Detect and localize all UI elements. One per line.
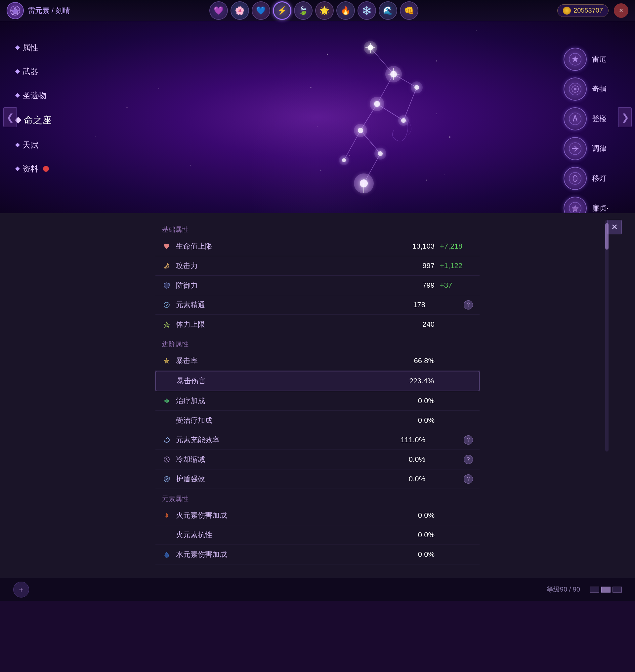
crit-rate-label: 暴击率 (176, 356, 414, 366)
pyro-dmg-icon (162, 511, 171, 520)
svg-point-25 (374, 148, 386, 160)
crit-rate-icon (162, 356, 171, 365)
stat-row-cooldown: 冷却缩减 0.0% ? (155, 450, 480, 469)
char-tab-1[interactable]: 💜 (209, 1, 228, 20)
constellation-area (278, 21, 476, 213)
hp-bonus: +7,218 (440, 242, 473, 251)
svg-point-36 (310, 87, 311, 88)
svg-point-35 (436, 61, 437, 62)
sidebar-label-constellation: 命之座 (24, 114, 51, 126)
sidebar-label-info: 资料 (22, 164, 38, 174)
atk-label: 攻击力 (176, 261, 422, 271)
char-tab-5[interactable]: 🍃 (294, 1, 312, 20)
indicator-2 (601, 587, 611, 592)
diamond-icon (15, 167, 20, 171)
diamond-icon (15, 45, 20, 50)
constellation-buttons: 雷厄 奇捐 登楼 (564, 48, 609, 213)
stat-row-em: 元素精通 178 ? (155, 295, 480, 315)
shield-help-icon[interactable]: ? (464, 475, 473, 484)
em-help-icon[interactable]: ? (464, 300, 473, 310)
stat-row-hydro-dmg: 水元素伤害加成 0.0% (155, 545, 480, 564)
const-circle-5 (564, 167, 587, 190)
atk-bonus: +1,122 (440, 261, 473, 270)
svg-point-50 (164, 302, 169, 308)
pyro-res-icon (162, 530, 171, 540)
main-area: 属性 武器 圣遗物 命之座 天赋 资料 ❮ ❯ (0, 21, 635, 213)
stat-row-crit-dmg: 暴击伤害 223.4% (155, 371, 480, 391)
er-help-icon[interactable]: ? (464, 435, 473, 445)
prev-arrow[interactable]: ❮ (3, 107, 17, 127)
char-tab-8[interactable]: ❄️ (357, 1, 376, 20)
sidebar-label-artifact: 圣遗物 (22, 90, 46, 101)
sidebar-item-weapon[interactable]: 武器 (13, 65, 54, 78)
sidebar-item-talent[interactable]: 天赋 (13, 139, 54, 152)
em-label: 元素精通 (176, 300, 413, 310)
sidebar-item-attributes[interactable]: 属性 (13, 41, 54, 54)
diamond-icon (15, 93, 20, 98)
char-tab-10[interactable]: 👊 (400, 1, 418, 20)
element-section-header: 元素属性 (155, 489, 480, 506)
crit-dmg-label: 暴击伤害 (177, 376, 409, 386)
svg-point-21 (354, 124, 367, 137)
def-value: 799 (422, 281, 435, 290)
const-btn-6[interactable]: 廉贞· (564, 197, 609, 213)
svg-point-38 (426, 180, 427, 181)
const-btn-4[interactable]: 调律 (564, 137, 609, 160)
cooldown-help-icon[interactable]: ? (464, 455, 473, 464)
const-circle-2 (564, 78, 587, 101)
shield-value: 0.0% (409, 475, 425, 483)
next-arrow[interactable]: ❯ (618, 107, 632, 127)
svg-point-37 (449, 136, 451, 138)
sidebar-item-constellation[interactable]: 命之座 (13, 112, 54, 128)
sidebar-item-artifact[interactable]: 圣遗物 (13, 89, 54, 102)
logo-icon[interactable] (7, 2, 24, 19)
const-btn-1[interactable]: 雷厄 (564, 48, 609, 71)
const-circle-1 (564, 48, 587, 71)
char-tab-9[interactable]: 🌊 (379, 1, 397, 20)
char-tab-6[interactable]: 🌟 (315, 1, 334, 20)
next-arrow-icon: ❯ (621, 112, 629, 123)
def-icon (162, 281, 171, 290)
atk-icon (162, 261, 171, 270)
const-label-2: 奇捐 (592, 84, 607, 94)
svg-point-49 (165, 267, 166, 268)
advanced-section-header: 进阶属性 (155, 334, 480, 351)
close-panel-button[interactable]: ✕ (607, 220, 622, 234)
coin-icon (563, 7, 571, 15)
scrollbar-track[interactable] (605, 220, 609, 451)
stats-panel: ✕ 基础属性 生命值上限 13,103 +7,218 攻击力 997 +1,12… (0, 213, 635, 578)
sidebar-item-info[interactable]: 资料 (13, 162, 54, 175)
stats-panel-inner: ✕ 基础属性 生命值上限 13,103 +7,218 攻击力 997 +1,12… (155, 213, 480, 564)
const-label-6: 廉贞· (592, 203, 609, 213)
char-tab-7[interactable]: 🔥 (336, 1, 355, 20)
em-icon (162, 300, 171, 310)
hp-value: 13,103 (412, 242, 435, 251)
sidebar-label-talent: 天赋 (22, 140, 38, 150)
pyro-dmg-label: 火元素伤害加成 (176, 510, 418, 520)
stat-row-recv-heal: 受治疗加成 0.0% (155, 411, 480, 430)
crit-rate-value: 66.8% (414, 357, 435, 365)
heal-label: 治疗加成 (176, 396, 418, 406)
svg-point-34 (327, 54, 328, 55)
const-circle-4 (564, 137, 587, 160)
const-btn-5[interactable]: 移灯 (564, 167, 609, 190)
pyro-dmg-value: 0.0% (418, 511, 435, 520)
sidebar-label-weapon: 武器 (22, 66, 38, 77)
char-tab-3[interactable]: 💙 (252, 1, 270, 20)
diamond-icon (15, 143, 20, 147)
stamina-icon (162, 320, 171, 329)
const-btn-3[interactable]: 登楼 (564, 107, 609, 130)
heal-value: 0.0% (418, 397, 435, 405)
recv-heal-label: 受治疗加成 (176, 416, 418, 425)
hydro-dmg-label: 水元素伤害加成 (176, 549, 418, 560)
crit-dmg-value: 223.4% (409, 377, 434, 385)
stat-row-crit-rate: 暴击率 66.8% (155, 351, 480, 371)
scrollbar-thumb[interactable] (605, 223, 609, 250)
basic-section-header: 基础属性 (155, 220, 480, 237)
close-button[interactable]: × (614, 3, 628, 18)
char-tab-4[interactable]: ⚡ (273, 1, 291, 20)
const-btn-2[interactable]: 奇捐 (564, 78, 609, 101)
indicator-3 (613, 587, 622, 592)
char-tab-2[interactable]: 🌸 (231, 1, 249, 20)
add-button[interactable]: ＋ (13, 582, 29, 597)
